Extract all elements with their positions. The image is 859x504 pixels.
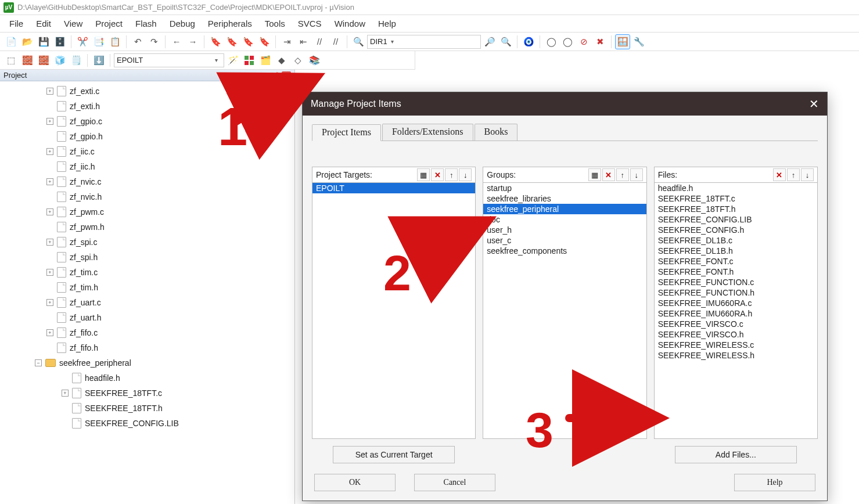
breakpoint-insert-icon[interactable]: ◯ (544, 34, 559, 49)
tab-books[interactable]: Books (475, 124, 518, 141)
rebuild-icon[interactable]: 🧱 (36, 53, 51, 68)
save-icon[interactable]: 💾 (36, 34, 51, 49)
list-item[interactable]: SEEKFREE_IMU660RA.h (655, 308, 817, 319)
uncomment-icon[interactable]: // (328, 34, 343, 49)
menu-flash[interactable]: Flash (130, 16, 164, 31)
menu-edit[interactable]: Edit (30, 16, 58, 31)
list-item[interactable]: headfile.h (655, 183, 817, 193)
list-item[interactable]: SEEKFREE_FONT.c (655, 256, 817, 267)
window-layout-icon[interactable]: 🪟 (615, 34, 630, 49)
pin-icon[interactable]: 📌 (271, 71, 281, 80)
paste-icon[interactable]: 📋 (107, 34, 123, 49)
list-item[interactable]: SEEKFREE_FUNCTION.c (655, 277, 817, 287)
nav-forward-icon[interactable]: → (185, 34, 200, 49)
find-in-files-icon[interactable]: 🔍 (351, 34, 366, 49)
list-item[interactable]: seekfree_peripheral (483, 204, 646, 214)
delete-icon[interactable]: ✕ (773, 168, 786, 181)
list-item[interactable]: user_c (483, 235, 646, 246)
copy-icon[interactable]: 📑 (91, 34, 106, 49)
tree-file[interactable]: zf_uart.c (58, 295, 294, 310)
expand-icon[interactable] (46, 299, 53, 306)
tree-folder[interactable]: seekfree_peripheral (46, 355, 294, 370)
tree-file[interactable]: SEEKFREE_CONFIG.LIB (73, 416, 294, 431)
new-icon[interactable]: ▦ (417, 168, 430, 181)
tree-file[interactable]: zf_iic.h (58, 159, 294, 174)
help-button[interactable]: Help (734, 474, 815, 491)
expand-icon[interactable] (46, 239, 53, 246)
tree-file[interactable]: SEEKFREE_18TFT.h (73, 401, 294, 416)
tree-file[interactable]: SEEKFREE_18TFT.c (73, 386, 294, 401)
build-icon[interactable]: 🧱 (20, 53, 35, 68)
list-item[interactable]: SEEKFREE_18TFT.c (655, 193, 817, 204)
tree-file[interactable]: zf_fifo.c (58, 325, 294, 340)
move-up-icon[interactable]: ↑ (445, 168, 458, 181)
tree-file[interactable]: zf_pwm.h (58, 219, 294, 235)
tab-project-items[interactable]: Project Items (312, 124, 381, 141)
move-down-icon[interactable]: ↓ (459, 168, 472, 181)
comment-icon[interactable]: // (312, 34, 327, 49)
tree-file[interactable]: zf_exti.c (58, 84, 294, 99)
tree-file[interactable]: zf_pwm.c (58, 204, 294, 219)
list-item[interactable]: SEEKFREE_VIRSCO.h (655, 329, 817, 340)
incremental-find-icon[interactable]: 🔍 (498, 34, 513, 49)
configure-icon[interactable]: 🔧 (631, 34, 646, 49)
breakpoint-kill-icon[interactable]: ✖ (592, 34, 608, 49)
new-file-icon[interactable]: 📄 (3, 34, 19, 49)
expand-icon[interactable] (46, 118, 53, 125)
menu-help[interactable]: Help (372, 16, 403, 31)
save-all-icon[interactable]: 🗄️ (52, 34, 67, 49)
target-options-icon[interactable]: 🪄 (225, 53, 240, 68)
tree-file[interactable]: zf_tim.c (58, 265, 294, 280)
list-item[interactable]: SEEKFREE_WIRELESS.h (655, 350, 817, 361)
menu-window[interactable]: Window (329, 16, 372, 31)
tree-file[interactable]: zf_tim.h (58, 280, 294, 295)
list-item[interactable]: seekfree_libraries (483, 193, 646, 204)
bookmark-toggle-icon[interactable]: 🔖 (208, 34, 223, 49)
menu-peripherals[interactable]: Peripherals (202, 16, 259, 31)
menu-svcs[interactable]: SVCS (292, 16, 329, 31)
nav-back-icon[interactable]: ← (169, 34, 184, 49)
pack-installer-icon[interactable]: ◇ (290, 53, 305, 68)
list-item[interactable]: SEEKFREE_CONFIG.LIB (655, 214, 817, 225)
tree-file[interactable]: zf_uart.h (58, 310, 294, 325)
batch-build-icon[interactable]: 🧊 (52, 53, 67, 68)
new-icon[interactable]: ▦ (588, 168, 601, 181)
build-target-icon[interactable]: ⬚ (3, 53, 19, 68)
move-up-icon[interactable]: ↑ (616, 168, 629, 181)
close-icon[interactable]: ✕ (809, 97, 819, 111)
tree-file[interactable]: zf_nvic.h (58, 189, 294, 204)
stop-build-icon[interactable]: 🗒️ (69, 53, 84, 68)
expand-icon[interactable] (62, 390, 69, 397)
tree-file[interactable]: zf_spi.h (58, 250, 294, 265)
menu-tools[interactable]: Tools (259, 16, 292, 31)
tree-file[interactable]: zf_iic.c (58, 144, 294, 159)
targets-list[interactable]: EPOILT (312, 183, 476, 439)
books-icon[interactable]: 📚 (307, 53, 322, 68)
expand-icon[interactable] (46, 88, 53, 95)
list-item[interactable]: SEEKFREE_VIRSCO.c (655, 319, 817, 329)
menu-view[interactable]: View (58, 16, 89, 31)
tree-file[interactable]: zf_gpio.h (58, 129, 294, 144)
list-item[interactable]: startup (483, 183, 646, 193)
list-item[interactable]: doc (483, 214, 646, 225)
bookmark-clear-icon[interactable]: 🔖 (257, 34, 272, 49)
select-packs-icon[interactable]: ◆ (274, 53, 289, 68)
list-item[interactable]: SEEKFREE_FONT.h (655, 267, 817, 277)
collapse-icon[interactable] (35, 359, 42, 366)
expand-icon[interactable] (46, 269, 53, 276)
menu-project[interactable]: Project (89, 16, 130, 31)
cancel-button[interactable]: Cancel (414, 474, 495, 491)
menu-debug[interactable]: Debug (164, 16, 202, 31)
list-item[interactable]: EPOILT (312, 183, 475, 193)
delete-icon[interactable]: ✕ (431, 168, 444, 181)
tree-file[interactable]: zf_gpio.c (58, 114, 294, 129)
cut-icon[interactable]: ✂️ (75, 34, 90, 49)
bookmark-prev-icon[interactable]: 🔖 (224, 34, 239, 49)
open-file-icon[interactable]: 📂 (20, 34, 35, 49)
bookmark-next-icon[interactable]: 🔖 (240, 34, 256, 49)
list-item[interactable]: SEEKFREE_WIRELESS.c (655, 340, 817, 350)
tree-file[interactable]: zf_exti.h (58, 99, 294, 114)
menu-file[interactable]: File (3, 16, 30, 31)
manage-project-items-icon[interactable] (242, 53, 257, 68)
indent-icon[interactable]: ⇥ (279, 34, 294, 49)
